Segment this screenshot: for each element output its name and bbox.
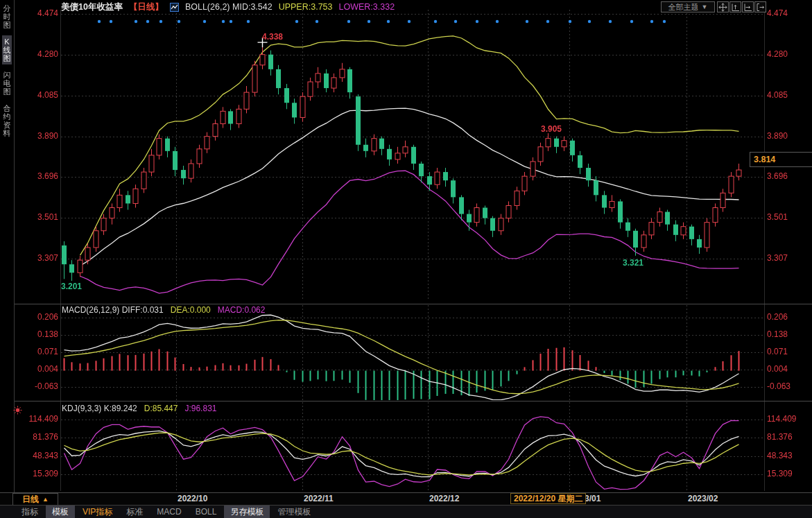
price-axis-right-4: 3.696 [767,171,811,181]
macd-axis-left-3: 0.004 [14,364,58,374]
bottom-tab-4[interactable]: MACD [150,506,187,518]
macd-axis-right-1: 0.138 [767,329,811,339]
theme-dropdown-label: 全部主题 [668,2,699,12]
up-triangle-icon: ▲ [42,496,49,503]
kdj-axis-right-0: 114.409 [767,414,811,424]
kdj-readout: KDJ(9,3,3) K:89.242 D:85.447 J:96.831 [62,404,216,413]
xaxis-row: 日线 ▲ 2022/102022/112022/122023/012023/02… [0,493,812,505]
crosshair-date-label: 2022/12/20 星期二 [510,493,586,504]
pane-separator-kdj [14,401,812,402]
sidebar-item-0[interactable]: 分时图 [2,2,12,31]
boll-readout-lower: LOWER:3.332 [339,2,395,12]
pane-separator-macd [14,304,812,304]
macd-value: MACD:0.062 [218,305,266,315]
kdj-k-value: KDJ(9,3,3) K:89.242 [62,404,137,413]
sidebar-item-1[interactable]: K线图 [2,35,12,64]
macd-axis-left-1: 0.138 [14,329,58,339]
period-label: 日线 [22,494,39,506]
xaxis-date-label-2: 2022/12 [429,494,459,503]
boll-readout-upper: UPPER:3.753 [279,2,333,12]
boll-readout-mid: BOLL(26,2) MID:3.542 [185,2,273,12]
bottom-tab-7[interactable]: 管理模板 [271,506,317,518]
chart-header: 美债10年收益率 【日线】 BOLL(26,2) MID:3.542 UPPER… [61,1,395,12]
xaxis-date-label-4: 2023/02 [688,494,718,503]
kdj-d-value: D:85.447 [144,404,178,413]
period-selector-button[interactable]: 日线 ▲ [12,493,58,506]
kdj-settings-icon[interactable] [13,405,22,417]
theme-dropdown[interactable]: 全部主题 ▼ [661,1,715,12]
axis-zoom-horizontal-icon[interactable] [742,1,754,12]
trading-terminal: 分时图K线图闪电图合约资料 美债10年收益率 【日线】 BOLL(26,2) M… [0,0,812,518]
pan-right-icon[interactable] [754,1,766,12]
price-axis-left-2: 4.085 [14,90,58,100]
current-price-badge: 3.814 [750,152,812,167]
macd-axis-right-3: 0.004 [767,364,811,374]
price-axis-left-0: 4.474 [14,8,58,18]
price-axis-right-2: 4.085 [767,90,811,100]
kdj-axis-left-1: 81.376 [14,432,58,442]
price-axis-right-1: 4.280 [767,49,811,59]
price-axis-right-0: 4.474 [767,8,811,18]
price-axis-left-4: 3.696 [14,171,58,181]
bottom-tab-3[interactable]: 标准 [120,506,149,518]
price-axis-left-6: 3.307 [14,253,58,263]
swing-low-marker-label: 3.321 [623,258,643,268]
period-tag: 【日线】 [129,1,164,13]
bottom-tab-2[interactable]: VIP指标 [76,506,119,518]
left-sidebar: 分时图K线图闪电图合约资料 [0,0,14,492]
mini-chart-icon [170,3,179,12]
macd-axis-left-4: -0.063 [14,381,58,391]
macd-dea-value: DEA:0.000 [171,305,211,315]
instrument-title: 美债10年收益率 [61,1,123,13]
kdj-axis-right-1: 81.376 [767,432,811,442]
kdj-axis-right-3: 15.309 [767,469,811,478]
price-axis-left-1: 4.280 [14,49,58,59]
kdj-axis-right-2: 48.343 [767,451,811,460]
price-axis-right-5: 3.501 [767,212,811,222]
macd-axis-left-2: 0.071 [14,347,58,356]
kdj-j-value: J:96.831 [184,404,216,413]
sidebar-item-2[interactable]: 闪电图 [2,69,12,98]
main-chart-canvas[interactable] [0,0,812,492]
high-marker-label: 4.338 [262,32,283,42]
sidebar-item-3[interactable]: 合约资料 [2,102,12,139]
price-axis-right-3: 3.890 [767,131,811,141]
low-marker-label: 3.201 [61,282,82,291]
macd-axis-right-2: 0.071 [767,347,811,356]
bottom-tab-5[interactable]: BOLL [189,506,223,518]
macd-axis-right-4: -0.063 [767,381,811,391]
macd-diff-value: MACD(26,12,9) DIFF:0.031 [62,305,164,315]
bottom-tab-1[interactable]: 模板 [46,506,75,518]
kdj-axis-left-2: 48.343 [14,451,58,460]
bottom-tab-6[interactable]: 另存模板 [224,506,270,518]
price-axis-left-5: 3.501 [14,212,58,222]
move-crosshair-icon[interactable] [717,1,729,12]
bottom-tab-bar: 指标模板VIP指标标准MACDBOLL另存模板管理模板 [15,506,812,518]
xaxis-date-label-0: 2022/10 [178,494,207,503]
sidebar-divider [14,0,15,492]
price-axis-left-3: 3.890 [14,131,58,141]
kdj-axis-left-3: 15.309 [14,469,58,478]
xaxis-date-label-1: 2022/11 [304,494,334,503]
macd-axis-right-0: 0.206 [767,312,811,322]
macd-axis-left-0: 0.206 [14,312,58,322]
swing-high-marker-label: 3.905 [541,124,562,134]
bottom-tab-0[interactable]: 指标 [15,506,44,518]
chevron-down-icon: ▼ [702,3,708,10]
price-axis-right-6: 3.307 [767,253,811,263]
macd-readout: MACD(26,12,9) DIFF:0.031 DEA:0.000 MACD:… [62,305,265,315]
axis-zoom-vertical-icon[interactable] [729,1,741,12]
